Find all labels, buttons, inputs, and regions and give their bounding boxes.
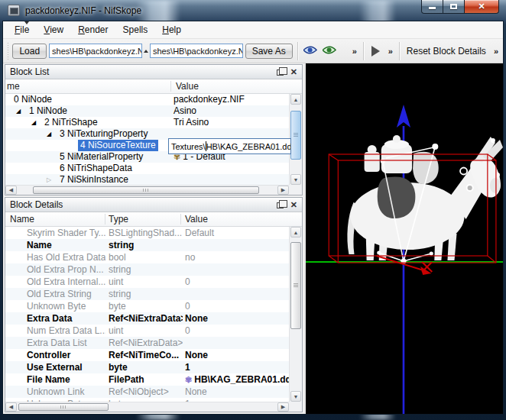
load-path-field[interactable]: shes\HB\packdonkeyz.NIF bbox=[49, 44, 142, 58]
column-value-header[interactable]: Value bbox=[176, 81, 199, 92]
block-label[interactable]: 6 NiTriShapeData bbox=[57, 163, 135, 174]
block-label[interactable]: 0 NiNode bbox=[11, 94, 54, 105]
expand-arrow-icon[interactable]: ▷ bbox=[47, 175, 51, 185]
collapse-arrow-icon[interactable]: ◢ bbox=[47, 129, 51, 139]
block-list-row[interactable]: ◢1 NiNodeAsino bbox=[5, 105, 289, 117]
float-panel-icon[interactable] bbox=[277, 202, 284, 208]
toolbar-drag-handle[interactable] bbox=[6, 43, 9, 60]
block-details-horizontal-scrollbar[interactable]: ◀ ▶ bbox=[5, 402, 289, 412]
float-panel-icon[interactable] bbox=[277, 69, 284, 76]
block-details-row[interactable]: Has Old Extra Databoolno bbox=[5, 251, 289, 263]
detail-value[interactable]: 0 bbox=[185, 300, 190, 312]
scroll-right-button[interactable]: ▶ bbox=[277, 402, 289, 412]
swap-paths-widget[interactable] bbox=[144, 50, 148, 53]
collapse-arrow-icon[interactable]: ◢ bbox=[16, 106, 21, 116]
vertex-view-eye-icon[interactable] bbox=[303, 45, 318, 57]
column-separator[interactable] bbox=[105, 214, 105, 225]
close-panel-icon[interactable]: ✕ bbox=[290, 201, 297, 209]
column-name-header[interactable]: me bbox=[7, 81, 20, 92]
scroll-left-button[interactable]: ◀ bbox=[5, 402, 17, 412]
scroll-down-button[interactable]: ▼ bbox=[290, 391, 301, 402]
toolbar-overflow-chevron[interactable]: » bbox=[388, 47, 392, 56]
block-label[interactable]: 5 NiMaterialProperty bbox=[57, 151, 145, 163]
block-list-horizontal-scrollbar[interactable]: ◀ ▶ bbox=[5, 185, 289, 195]
block-list-row[interactable]: ◢2 NiTriShapeTri Asino bbox=[5, 117, 289, 128]
detail-value[interactable]: no bbox=[185, 251, 195, 263]
block-details-row[interactable]: Old Extra Stringstring bbox=[5, 288, 289, 300]
titlebar[interactable]: packdonkeyz.NIF - NifSkope ✕ bbox=[0, 0, 506, 21]
close-button[interactable]: ✕ bbox=[465, 0, 499, 14]
menu-file[interactable]: File bbox=[8, 22, 36, 37]
block-label[interactable]: 4 NiSourceTexture bbox=[78, 140, 158, 151]
detail-value[interactable]: ✾HB\KAG_ZEBRA01.dds bbox=[185, 373, 289, 386]
block-details-titlebar[interactable]: Block Details ✕ bbox=[5, 198, 302, 212]
block-details-row[interactable]: Unknown LinkRef<NiObject>None bbox=[5, 386, 289, 398]
block-details-row[interactable]: Extra DataRef<NiExtraData>None bbox=[5, 312, 289, 325]
menu-view[interactable]: View bbox=[37, 22, 70, 37]
scroll-thumb[interactable] bbox=[18, 403, 109, 411]
scroll-up-button[interactable]: ▲ bbox=[290, 94, 301, 105]
column-separator[interactable] bbox=[180, 214, 181, 225]
block-details-row[interactable]: Unknown Bytebyte0 bbox=[5, 300, 289, 312]
block-list-row[interactable]: 0 NiNodepackdonkeyz.NIF bbox=[5, 94, 289, 105]
column-type-header[interactable]: Type bbox=[109, 214, 128, 225]
scroll-right-button[interactable]: ▶ bbox=[277, 186, 289, 195]
detail-value[interactable]: 1 bbox=[185, 361, 190, 373]
block-list-row[interactable]: 6 NiTriShapeData bbox=[5, 163, 289, 174]
save-path-field[interactable]: shes\HB\packdonkeyz.NIF bbox=[150, 44, 243, 58]
detail-value[interactable]: 0 bbox=[185, 276, 190, 288]
block-details-row[interactable]: ControllerRef<NiTimeCo...None bbox=[5, 349, 289, 361]
toolbar-overflow-chevron[interactable]: » bbox=[494, 47, 498, 56]
block-details-row[interactable]: Skyrim Shader Ty...BSLightingShad...Defa… bbox=[5, 227, 289, 239]
block-details-row[interactable]: File NameFilePath✾HB\KAG_ZEBRA01.dds bbox=[5, 373, 289, 386]
block-details-row[interactable]: Num Extra Data L...uint0 bbox=[5, 325, 289, 337]
scroll-thumb[interactable] bbox=[290, 242, 301, 329]
column-value-header[interactable]: Value bbox=[185, 214, 208, 225]
detail-value[interactable]: None bbox=[185, 349, 208, 361]
save-as-button[interactable]: Save As bbox=[245, 44, 293, 59]
block-list-title: Block List bbox=[10, 66, 49, 77]
column-name-header[interactable]: Name bbox=[10, 214, 34, 225]
block-details-row[interactable]: Extra Data ListRef<NiExtraData> bbox=[5, 337, 289, 349]
block-details-row[interactable]: Namestring bbox=[5, 239, 289, 251]
column-separator[interactable] bbox=[170, 81, 171, 92]
block-list-column-header[interactable]: me Value bbox=[5, 79, 302, 94]
block-label[interactable]: 7 NiSkinInstance bbox=[57, 174, 131, 185]
menu-spells[interactable]: Spells bbox=[116, 22, 155, 37]
collapse-arrow-icon[interactable]: ◢ bbox=[31, 118, 36, 128]
scroll-up-button[interactable]: ▲ bbox=[290, 227, 301, 237]
texture-path-editor[interactable]: Textures\HB\KAG_ZEBRA01.dd bbox=[168, 138, 291, 154]
scroll-thumb[interactable] bbox=[33, 186, 259, 194]
scroll-down-button[interactable]: ▼ bbox=[290, 174, 301, 185]
detail-value[interactable]: Default bbox=[185, 227, 214, 239]
texture-view-eye-icon[interactable] bbox=[323, 45, 337, 57]
block-details-row[interactable]: Old Extra Internal...uint0 bbox=[5, 276, 289, 288]
menu-help[interactable]: Help bbox=[155, 22, 188, 37]
block-details-row[interactable]: Old Extra Prop N...string bbox=[5, 263, 289, 276]
detail-name: Old Extra Prop N... bbox=[27, 263, 105, 276]
detail-value[interactable]: None bbox=[185, 386, 207, 398]
menu-render[interactable]: Render bbox=[71, 22, 115, 37]
reset-block-details-button[interactable]: Reset Block Details bbox=[403, 46, 490, 57]
detail-value[interactable]: 0 bbox=[185, 325, 190, 337]
play-animation-icon[interactable] bbox=[371, 46, 380, 57]
close-panel-icon[interactable]: ✕ bbox=[290, 68, 297, 76]
minimize-button[interactable] bbox=[421, 0, 443, 14]
block-list-row[interactable]: ▷7 NiSkinInstance bbox=[5, 174, 289, 185]
scroll-left-button[interactable]: ◀ bbox=[5, 186, 17, 195]
block-details-row[interactable]: Use Externalbyte1 bbox=[5, 361, 289, 373]
detail-value[interactable]: None bbox=[185, 312, 208, 325]
render-viewport-3d[interactable] bbox=[306, 63, 503, 414]
maximize-icon bbox=[450, 4, 457, 9]
maximize-button[interactable] bbox=[443, 0, 465, 14]
block-details-column-header[interactable]: Name Type Value bbox=[5, 212, 302, 227]
client-area: FileViewRenderSpellsHelp Load shes\HB\pa… bbox=[3, 21, 503, 414]
block-label[interactable]: 2 NiTriShape bbox=[42, 117, 100, 128]
block-details-vertical-scrollbar[interactable]: ▲ ▼ bbox=[289, 227, 302, 402]
block-label[interactable]: 1 NiNode bbox=[27, 105, 70, 117]
scroll-thumb[interactable] bbox=[290, 111, 301, 160]
block-label[interactable]: 3 NiTexturingProperty bbox=[57, 128, 150, 140]
block-list-titlebar[interactable]: Block List ✕ bbox=[5, 65, 302, 79]
toolbar-overflow-chevron[interactable]: » bbox=[352, 47, 356, 56]
load-button[interactable]: Load bbox=[12, 44, 47, 59]
